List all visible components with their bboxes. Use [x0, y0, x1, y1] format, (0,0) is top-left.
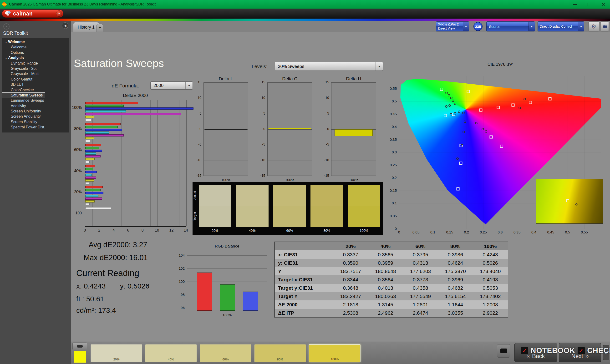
delta-c-title: Delta C	[267, 76, 312, 81]
swatch-level-label: 80%	[311, 229, 343, 233]
sidebar-item-screen-stability[interactable]: Screen Stability	[2, 119, 69, 125]
pattern-swatch-20%[interactable]: 20%	[91, 344, 142, 362]
display-control-dropdown[interactable]: Direct Display Control ▾	[538, 21, 584, 31]
delta-c-x-label: 100%	[267, 178, 312, 182]
pattern-popout-button[interactable]	[497, 344, 510, 358]
deltae-bar	[85, 147, 99, 149]
calman-wordmark: calman	[13, 11, 33, 17]
deltae-bar	[85, 107, 194, 110]
sidebar-item-welcome[interactable]: Welcome	[2, 45, 69, 50]
back-button[interactable]: « Back	[514, 343, 557, 362]
pattern-swatch-100%[interactable]: 100%	[309, 344, 361, 362]
cie-y-tick: 0.3	[392, 150, 397, 154]
sidebar-item-grayscale-2pt[interactable]: Grayscale - 2pt	[2, 66, 69, 71]
cie-x-tick: 0.35	[514, 230, 520, 234]
de-formula-dropdown[interactable]: 2000 ▾	[150, 81, 193, 90]
workflow-tree: ▴WelcomeWelcomeOptions▴AnalysisDynamic R…	[2, 38, 69, 132]
table-cell: 180.8648	[368, 267, 403, 275]
calman-logo[interactable]: calman ▾	[2, 10, 63, 18]
table-cell: 0.5053	[473, 284, 508, 292]
table-cell: 1.2801	[403, 300, 438, 309]
pattern-swatch-label: 20%	[91, 358, 142, 361]
row-label: ΔE 2000	[275, 300, 333, 309]
row-label: Target x:CIE31	[275, 275, 333, 284]
sidebar-item-dynamic-range[interactable]: Dynamic Range	[2, 61, 69, 66]
swatch-level-label: 100%	[348, 229, 380, 233]
table-cell: 177.5549	[403, 292, 438, 300]
pattern-swatch-60%[interactable]: 60%	[200, 344, 251, 362]
pattern-window-button[interactable]	[72, 343, 87, 350]
swatch-level-label: 40%	[236, 229, 269, 233]
pattern-swatch-80%[interactable]: 80%	[254, 344, 306, 362]
table-row: ΔE ITP2.53082.49622.64743.03552.9022	[275, 309, 508, 317]
table-cell: 183.2427	[333, 292, 368, 300]
table-header-cell: 20%	[333, 242, 368, 250]
deltae-x-tick: 8	[142, 228, 144, 233]
table-cell: 2.5308	[333, 309, 368, 317]
sidebar-item-saturation-sweeps[interactable]: Saturation Sweeps	[2, 93, 45, 98]
table-cell: 0.3969	[438, 275, 473, 284]
sidebar-item-colorchecker[interactable]: ColorChecker	[2, 87, 69, 93]
levels-dropdown[interactable]: 20% Sweeps ▾	[275, 62, 383, 71]
mini-y-tick: 5	[263, 112, 265, 115]
mini-y-tick: 5	[327, 112, 329, 115]
sidebar-item-additivity[interactable]: Additivity	[2, 104, 69, 109]
inset-circle-marker	[575, 203, 578, 206]
sidebar-item-spectral-power-dist-[interactable]: Spectral Power Dist.	[2, 125, 69, 130]
tab-history-1[interactable]: History 1	[73, 22, 99, 32]
back-label: Back	[532, 353, 545, 360]
deltae-bar	[85, 150, 102, 152]
avg-de2000: Avg dE2000: 3.27	[89, 241, 147, 249]
sidebar-item-screen-angularity[interactable]: Screen Angularity	[2, 114, 69, 119]
pattern-swatch-40%[interactable]: 40%	[145, 344, 197, 362]
cie-measured-point	[450, 113, 452, 116]
settings-gear-button[interactable]: ⚙	[589, 21, 599, 31]
source-label: Source	[487, 25, 500, 29]
sidebar-item-3d-lut[interactable]: 3D LUT	[2, 82, 69, 87]
more-button[interactable]: »	[603, 345, 609, 360]
advanced-settings-button[interactable]	[601, 21, 609, 31]
logo-menu-chevron-icon[interactable]: ▾	[56, 11, 62, 17]
meter-dropdown[interactable]: X-Rite i1Pro 2 Direct View ▾	[436, 21, 469, 31]
table-cell: 1.2008	[473, 300, 508, 309]
rgb-y-tick: 98	[181, 293, 185, 297]
actual-target-swatch-panel: Actual Target 20%40%60%80%100%	[193, 182, 383, 235]
maximize-button[interactable]	[588, 3, 591, 6]
sidebar: ● ◀ SDR Toolkit ▴WelcomeWelcomeOptions▴A…	[0, 21, 71, 364]
next-button[interactable]: Next »	[559, 343, 601, 362]
expander-icon: ▴	[5, 41, 7, 44]
rgb-x-label: 100%	[187, 313, 267, 317]
table-row: ΔE 20002.18181.31451.28011.16441.2008	[275, 300, 508, 309]
bottom-bar: 20%40%60%80%100% « Back Next » » ✓ NOTEB…	[71, 342, 610, 364]
table-header-cell: 60%	[403, 242, 438, 250]
deltae-bar	[85, 104, 124, 107]
window-title: Calman 2025 Calman Ultimate for Business…	[9, 2, 156, 6]
sidebar-item-luminance-sweeps[interactable]: Luminance Sweeps	[2, 98, 69, 103]
row-label: Y	[275, 267, 333, 275]
sidebar-item-screen-uniformity[interactable]: Screen Uniformity	[2, 109, 69, 114]
cie-measured-point	[452, 100, 454, 102]
table-header-cell	[275, 242, 333, 250]
cie-x-tick: 0.1	[430, 230, 435, 234]
deltae-bar	[85, 182, 89, 184]
swatch-column-80%: 80%	[311, 185, 343, 227]
rgb-bar-blue	[243, 292, 258, 311]
source-dropdown[interactable]: Source ▾	[486, 21, 535, 31]
deltae-y-axis: 100%80%60%40%20%100	[71, 100, 83, 227]
deltae-bar	[85, 161, 90, 163]
sidebar-item-options[interactable]: Options	[2, 50, 69, 55]
minimize-button[interactable]	[573, 4, 577, 5]
cie-measured-point	[485, 130, 487, 133]
next-label: Next	[571, 353, 583, 360]
sidebar-item-grayscale-multi[interactable]: Grayscale - Multi	[2, 71, 69, 77]
chevron-left-icon: «	[527, 353, 530, 360]
add-tab-button[interactable]: +	[96, 24, 103, 32]
sidebar-item-welcome[interactable]: ▴Welcome	[2, 39, 69, 45]
close-button[interactable]: ×	[602, 2, 605, 6]
deltae-x-tick: 12	[169, 228, 174, 233]
sidebar-item-color-gamut[interactable]: Color Gamut	[2, 77, 69, 82]
current-pattern-swatch[interactable]	[74, 351, 86, 363]
sidebar-collapse-button[interactable]: ◀	[62, 22, 68, 29]
mini-y-tick: 0	[199, 127, 201, 131]
sidebar-item-analysis[interactable]: ▴Analysis	[2, 55, 69, 61]
